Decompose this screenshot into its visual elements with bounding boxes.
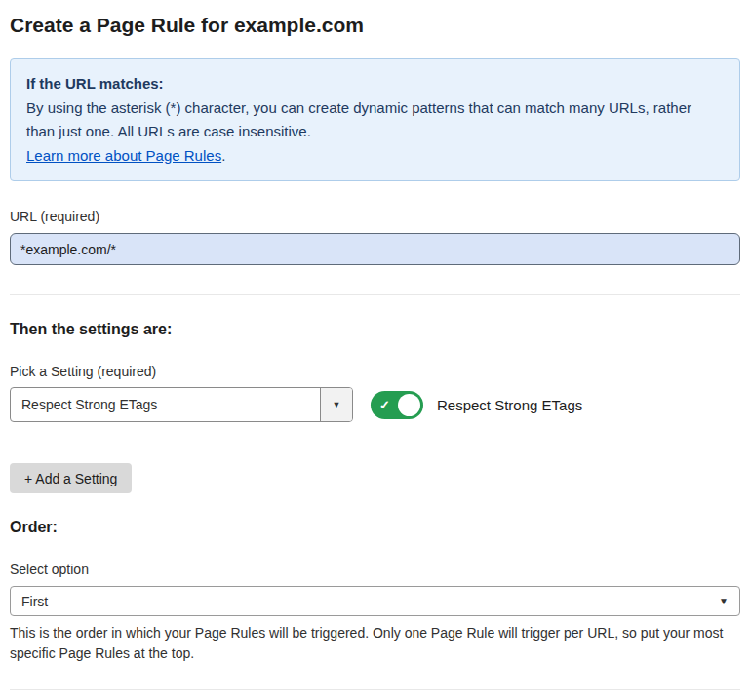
order-help-text: This is the order in which your Page Rul… <box>10 623 740 664</box>
info-box-body: By using the asterisk (*) character, you… <box>26 97 724 142</box>
setting-row: Respect Strong ETags ▼ ✓ Respect Strong … <box>10 387 740 422</box>
url-input[interactable] <box>10 233 740 265</box>
page-title: Create a Page Rule for example.com <box>10 14 740 37</box>
check-icon: ✓ <box>379 398 390 412</box>
order-section-heading: Order: <box>10 519 740 536</box>
chevron-down-icon: ▼ <box>719 597 729 606</box>
add-setting-button[interactable]: + Add a Setting <box>10 463 132 493</box>
etags-toggle[interactable]: ✓ <box>371 391 423 419</box>
info-box-link-line: Learn more about Page Rules. <box>26 144 724 167</box>
setting-select-arrow-button[interactable]: ▼ <box>320 388 352 421</box>
setting-select-value: Respect Strong ETags <box>11 397 157 412</box>
create-page-rule-form: Create a Page Rule for example.com If th… <box>0 0 750 700</box>
learn-more-link[interactable]: Learn more about Page Rules <box>26 147 221 164</box>
info-box-heading: If the URL matches: <box>26 72 724 95</box>
order-select[interactable]: First ▼ <box>10 586 740 616</box>
setting-select[interactable]: Respect Strong ETags ▼ <box>10 387 353 422</box>
url-match-info-box: If the URL matches: By using the asteris… <box>10 58 740 181</box>
order-select-label: Select option <box>10 562 740 577</box>
section-divider-bottom <box>10 689 740 690</box>
settings-section-heading: Then the settings are: <box>10 321 740 338</box>
order-select-value: First <box>21 594 48 609</box>
url-label: URL (required) <box>10 209 740 224</box>
caret-down-icon: ▼ <box>333 401 341 409</box>
pick-setting-label: Pick a Setting (required) <box>10 364 740 379</box>
toggle-knob <box>398 394 420 416</box>
etags-toggle-label: Respect Strong ETags <box>437 397 582 413</box>
link-suffix-text: . <box>221 147 225 164</box>
section-divider-top <box>10 294 740 295</box>
